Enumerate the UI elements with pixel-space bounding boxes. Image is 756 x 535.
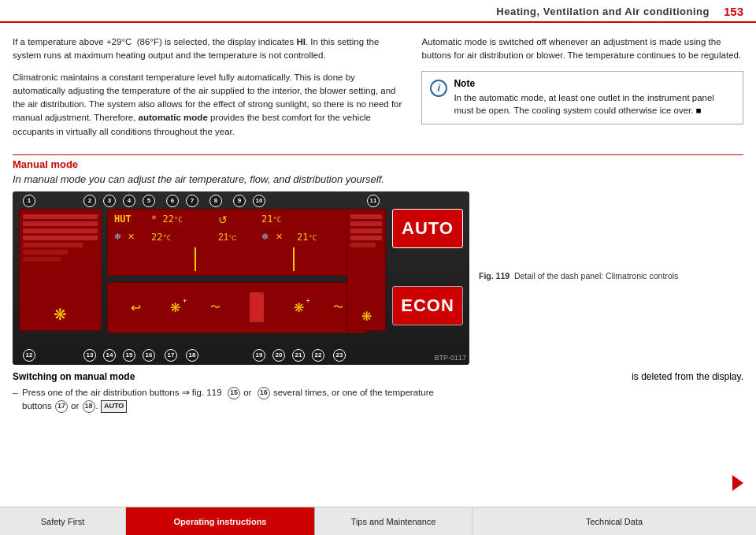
footer-safety-label: Safety First xyxy=(41,517,85,526)
center-temp2: 21°C xyxy=(218,232,236,243)
wave-icon: 〜 xyxy=(210,300,220,314)
ctrl-num-9: 9 xyxy=(233,195,246,207)
econ-button[interactable]: ECON xyxy=(392,286,463,325)
fan-plus-1: ❋+ xyxy=(170,300,180,315)
ctrl-num-18: 18 xyxy=(186,349,198,362)
auto-button[interactable]: AUTO xyxy=(392,209,463,248)
footer-technical-label: Technical Data xyxy=(586,517,643,526)
air-icon-1: ↩ xyxy=(131,300,141,315)
fan-icon: ❋ xyxy=(54,305,67,324)
section-subtitle: In manual mode you can adjust the air te… xyxy=(13,173,743,185)
slider-left xyxy=(195,247,196,271)
bottom-left: Switching on manual mode Press one of th… xyxy=(13,371,442,414)
ctrl-num-11: 11 xyxy=(367,195,380,207)
end-square: ■ xyxy=(696,106,702,115)
grid-line xyxy=(350,243,376,247)
footer-operating-label: Operating instructions xyxy=(174,517,267,526)
grid-line xyxy=(350,214,382,219)
bottom-right: is deleted from the display. xyxy=(458,371,743,414)
ctrl-num-16: 16 xyxy=(143,349,155,362)
left-control-panel: ❋ xyxy=(19,209,102,331)
slider-right xyxy=(293,247,295,271)
grid-line xyxy=(23,228,98,233)
grid-line xyxy=(350,236,382,240)
right-panel: ❋ xyxy=(346,209,386,331)
ctrl-num-8: 8 xyxy=(209,195,222,207)
image-area: 1 2 3 4 5 6 7 8 9 10 11 xyxy=(13,191,743,365)
fan-plus-2: ❋+ xyxy=(294,300,304,315)
grid-line xyxy=(23,214,98,219)
note-content: Note In the automatic mode, at least one… xyxy=(454,78,735,117)
grid-line xyxy=(23,221,98,226)
ctrl-num-5: 5 xyxy=(143,195,155,207)
btn-ref-15: 15 xyxy=(228,387,240,399)
ctrl-num-19: 19 xyxy=(253,349,265,362)
hi-bold: HI xyxy=(296,37,306,46)
wave-icon2: 〜 xyxy=(333,300,343,314)
note-text: In the automatic mode, at least one outl… xyxy=(454,91,735,117)
main-content: If a temperature above +29°C (86°F) is s… xyxy=(0,23,756,147)
grid-line xyxy=(23,250,68,254)
fig-caption-bold: Fig. 119 xyxy=(479,271,510,281)
auto-inline-ref: AUTO xyxy=(101,400,127,413)
figure-caption: Fig. 119 Detail of the dash panel: Clima… xyxy=(479,191,743,282)
dash-panel-image: 1 2 3 4 5 6 7 8 9 10 11 xyxy=(13,191,469,365)
temp-left-display: * 22°C xyxy=(151,214,183,225)
btn-ref-17: 17 xyxy=(55,400,68,413)
ctrl-num-14: 14 xyxy=(103,349,116,362)
temp-right2: 21°C xyxy=(297,232,317,243)
left-para-2: Climatronic maintains a constant tempera… xyxy=(13,71,406,139)
ctrl-num-21: 21 xyxy=(292,349,305,362)
note-box: i Note In the automatic mode, at least o… xyxy=(421,71,743,124)
left-column: If a temperature above +29°C (86°F) is s… xyxy=(13,35,406,147)
auto-mode-bold: automatic mode xyxy=(139,113,208,122)
control-panel: 1 2 3 4 5 6 7 8 9 10 11 xyxy=(13,191,469,365)
switching-heading: Switching on manual mode xyxy=(13,371,442,382)
bullet-1: Press one of the air distribution button… xyxy=(13,386,442,414)
ctrl-num-12: 12 xyxy=(23,349,35,362)
grid-line xyxy=(350,221,382,226)
ctrl-num-20: 20 xyxy=(272,349,285,362)
grid-line xyxy=(23,257,61,262)
chapter-title: Heating, Ventilation and Air conditionin… xyxy=(496,6,710,17)
right-para-1: Automatic mode is switched off whenever … xyxy=(421,35,743,63)
next-arrow xyxy=(732,475,743,491)
btn-ref-16: 16 xyxy=(258,387,270,399)
middle-controls: ↩ ❋+ 〜 ❋+ 〜 xyxy=(107,282,367,333)
ctrl-num-10: 10 xyxy=(253,195,265,207)
footer-operating[interactable]: Operating instructions xyxy=(126,507,315,535)
grid-line xyxy=(23,243,83,247)
snowflake-icon2: ❄ xyxy=(261,232,269,242)
center-icon: ↺ xyxy=(218,214,228,226)
fan-icon-right: ❋ xyxy=(361,309,372,324)
ctrl-num-7: 7 xyxy=(186,195,198,207)
center-display: HUT * 22°C ↺ 21°C ❄ ✕ 22°C 21°C ❄ ✕ 21°C xyxy=(107,209,367,276)
info-icon: i xyxy=(430,80,447,97)
ctrl-num-4: 4 xyxy=(123,195,135,207)
footer-safety[interactable]: Safety First xyxy=(0,507,126,535)
temp-left2: 22°C xyxy=(151,232,171,243)
page-number: 153 xyxy=(724,5,743,18)
ctrl-num-2: 2 xyxy=(83,195,96,207)
footer-technical[interactable]: Technical Data xyxy=(472,507,756,535)
center-bar xyxy=(250,292,264,322)
ctrl-num-17: 17 xyxy=(165,349,177,362)
note-title: Note xyxy=(454,78,735,89)
ctrl-num-3: 3 xyxy=(103,195,116,207)
page-header: Heating, Ventilation and Air conditionin… xyxy=(0,0,756,23)
footer-tips[interactable]: Tips and Maintenance xyxy=(315,507,472,535)
section-divider: Manual mode In manual mode you can adjus… xyxy=(13,154,743,185)
temp-right-display: 21°C xyxy=(261,214,281,225)
footer: Safety First Operating instructions Tips… xyxy=(0,507,756,535)
ctrl-num-13: 13 xyxy=(83,349,96,362)
ctrl-num-15: 15 xyxy=(123,349,135,362)
section-title: Manual mode xyxy=(13,158,743,170)
hut-display: HUT xyxy=(114,214,132,225)
fig-ref: BTP-0117 xyxy=(434,354,466,362)
footer-tips-label: Tips and Maintenance xyxy=(351,517,436,526)
x-icon: ✕ xyxy=(128,232,135,242)
x-icon2: ✕ xyxy=(276,232,283,242)
fig-caption-text: Fig. 119 Detail of the dash panel: Clima… xyxy=(479,270,743,282)
ctrl-num-6: 6 xyxy=(166,195,179,207)
ctrl-num-1: 1 xyxy=(23,195,35,207)
